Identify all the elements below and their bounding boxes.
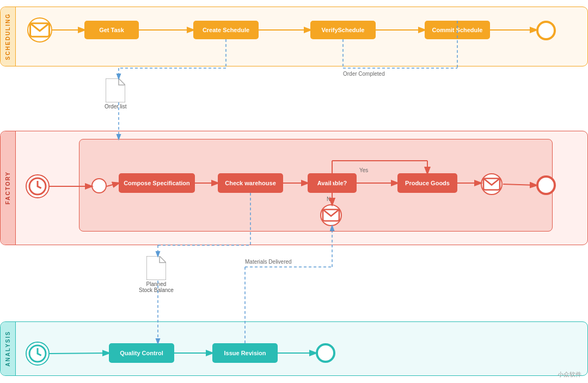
- scheduling-end-node: [536, 21, 556, 40]
- order-completed-label: Order Completed: [343, 71, 385, 77]
- commit-schedule-node[interactable]: Commit Schedule: [425, 21, 490, 39]
- order-list-doc: Order list: [105, 78, 127, 110]
- order-list-label: Order list: [105, 104, 127, 110]
- planned-stock-doc: Planned Stock Balance: [139, 256, 174, 293]
- issue-revision-node[interactable]: Issue Revision: [212, 343, 278, 363]
- produce-goods-node[interactable]: Produce Goods: [397, 173, 457, 193]
- compose-spec-node[interactable]: Compose Specification: [119, 173, 195, 193]
- svg-marker-5: [106, 78, 125, 102]
- mail-icon-no: [321, 205, 341, 225]
- yes-label: Yes: [359, 167, 368, 173]
- doc-icon-stock: [146, 256, 166, 280]
- scheduling-start-node: [27, 17, 52, 42]
- available-node[interactable]: Available?: [308, 173, 357, 193]
- doc-icon-order: [106, 78, 125, 102]
- svg-marker-6: [146, 256, 166, 280]
- factory-clock-node: [26, 174, 50, 198]
- factory-mail-no-node: [320, 204, 342, 226]
- mail-icon-factory-end: [482, 174, 501, 194]
- mail-icon: [28, 19, 51, 41]
- lane-analysis: ANALYSIS: [0, 321, 588, 376]
- diagram-container: { "title": "Business Process Diagram", "…: [0, 0, 588, 383]
- factory-mail-end-node: [481, 173, 503, 195]
- check-warehouse-node[interactable]: Check warehouse: [218, 173, 283, 193]
- factory-end-node: [536, 175, 556, 195]
- quality-control-node[interactable]: Quality Control: [109, 343, 174, 363]
- lane-analysis-label: ANALYSIS: [1, 322, 16, 375]
- materials-delivered-label: Materials Delivered: [245, 259, 292, 265]
- no-label: No: [327, 196, 334, 202]
- planned-stock-label: Planned Stock Balance: [139, 281, 174, 293]
- get-task-node[interactable]: Get Task: [84, 21, 139, 39]
- clock-icon-analysis: [27, 343, 48, 364]
- create-schedule-node[interactable]: Create Schedule: [193, 21, 259, 39]
- lane-factory-label: FACTORY: [1, 131, 16, 245]
- analysis-end-node: [316, 343, 335, 363]
- clock-icon-factory: [27, 175, 48, 197]
- factory-start-circle: [91, 178, 107, 193]
- watermark: 小众软件: [558, 370, 581, 379]
- analysis-clock-node: [26, 342, 50, 366]
- lane-scheduling-label: SCHEDULING: [1, 7, 16, 66]
- verify-schedule-node[interactable]: VerifySchedule: [310, 21, 376, 39]
